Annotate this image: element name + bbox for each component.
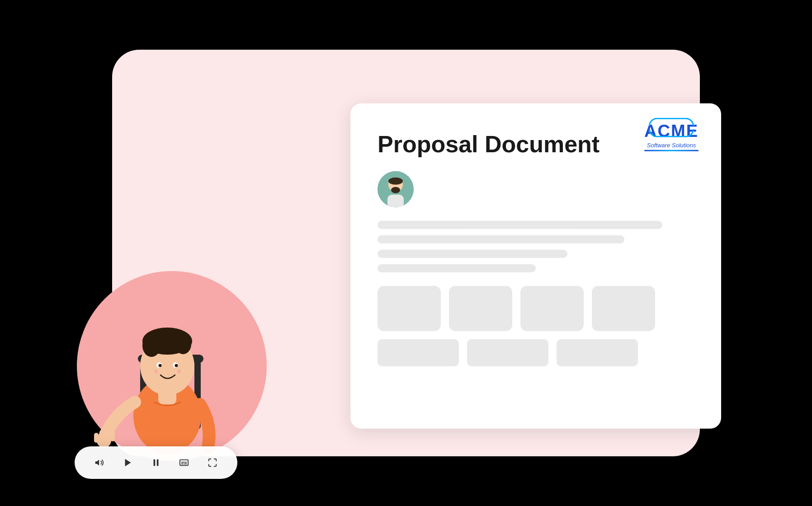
skeleton-line-3 <box>378 250 567 258</box>
svg-rect-27 <box>157 459 159 466</box>
svg-point-2 <box>388 178 403 185</box>
document-card: ACME Software Solutions Proposal Documen… <box>350 103 721 429</box>
logo-arc-top <box>649 118 694 126</box>
svg-rect-21 <box>94 433 99 443</box>
volume-button[interactable] <box>90 453 109 473</box>
avatar <box>378 171 414 207</box>
logo-arc-bottom <box>649 129 694 137</box>
skeleton-card-3 <box>520 286 584 331</box>
svg-rect-26 <box>153 459 155 466</box>
video-controls-bar <box>75 446 237 479</box>
svg-rect-23 <box>105 429 109 441</box>
svg-point-19 <box>177 370 181 373</box>
svg-point-16 <box>159 364 162 367</box>
fullscreen-button[interactable] <box>203 453 222 473</box>
svg-rect-22 <box>99 430 104 442</box>
character-illustration <box>68 267 271 465</box>
skeleton-card-sm-2 <box>467 339 548 366</box>
logo-underline <box>644 150 699 151</box>
skeleton-card-sm-3 <box>557 339 638 366</box>
skeleton-cards-row2 <box>378 339 694 366</box>
skeleton-line-2 <box>378 235 624 244</box>
skeleton-cards-row1 <box>378 286 694 331</box>
pause-button[interactable] <box>146 453 166 473</box>
skeleton-card-2 <box>449 286 512 331</box>
company-subtitle: Software Solutions <box>644 142 699 149</box>
scene: ACME Software Solutions Proposal Documen… <box>0 0 812 506</box>
skeleton-card-1 <box>378 286 441 331</box>
skeleton-card-4 <box>592 286 655 331</box>
company-logo: ACME Software Solutions <box>644 122 699 151</box>
svg-marker-25 <box>125 459 131 467</box>
skeleton-line-4 <box>378 264 536 272</box>
play-button[interactable] <box>118 453 138 473</box>
svg-point-18 <box>154 370 158 373</box>
svg-rect-4 <box>387 195 404 207</box>
svg-point-3 <box>391 187 400 193</box>
svg-point-12 <box>142 334 161 357</box>
skeleton-line-1 <box>378 221 662 229</box>
skeleton-card-sm-1 <box>378 339 459 366</box>
captions-button[interactable] <box>174 453 194 473</box>
svg-rect-24 <box>110 431 115 441</box>
svg-point-17 <box>175 364 178 367</box>
svg-point-13 <box>175 334 191 354</box>
